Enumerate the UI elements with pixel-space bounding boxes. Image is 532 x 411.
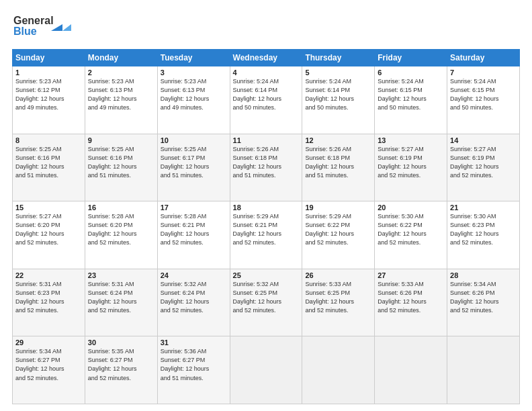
- day-number: 26: [305, 271, 371, 279]
- calendar-cell: 3Sunrise: 5:23 AMSunset: 6:13 PMDaylight…: [157, 66, 230, 134]
- day-info: Sunrise: 5:27 AMSunset: 6:19 PMDaylight:…: [378, 145, 444, 180]
- svg-text:Blue: Blue: [13, 26, 37, 37]
- calendar-cell: [302, 336, 375, 404]
- day-info: Sunrise: 5:24 AMSunset: 6:14 PMDaylight:…: [233, 77, 300, 112]
- calendar-cell: 29Sunrise: 5:34 AMSunset: 6:27 PMDayligh…: [13, 336, 85, 404]
- calendar-cell: 16Sunrise: 5:28 AMSunset: 6:20 PMDayligh…: [85, 201, 157, 269]
- calendar-week-row: 8Sunrise: 5:25 AMSunset: 6:16 PMDaylight…: [13, 134, 520, 201]
- calendar-week-row: 22Sunrise: 5:31 AMSunset: 6:23 PMDayligh…: [13, 269, 520, 336]
- day-number: 3: [161, 68, 227, 77]
- day-info: Sunrise: 5:32 AMSunset: 6:24 PMDaylight:…: [161, 280, 227, 315]
- weekday-header: Thursday: [302, 50, 375, 66]
- day-number: 6: [378, 68, 444, 77]
- day-number: 29: [15, 338, 82, 347]
- day-info: Sunrise: 5:24 AMSunset: 6:15 PMDaylight:…: [450, 77, 517, 112]
- calendar-week-row: 15Sunrise: 5:27 AMSunset: 6:20 PMDayligh…: [13, 201, 520, 269]
- calendar-cell: [230, 336, 302, 404]
- day-number: 22: [15, 271, 82, 279]
- day-info: Sunrise: 5:26 AMSunset: 6:18 PMDaylight:…: [305, 145, 371, 180]
- day-info: Sunrise: 5:36 AMSunset: 6:27 PMDaylight:…: [161, 347, 227, 382]
- day-info: Sunrise: 5:34 AMSunset: 6:26 PMDaylight:…: [450, 280, 517, 315]
- calendar-cell: 8Sunrise: 5:25 AMSunset: 6:16 PMDaylight…: [13, 134, 85, 201]
- day-number: 21: [450, 203, 517, 212]
- day-info: Sunrise: 5:28 AMSunset: 6:21 PMDaylight:…: [161, 212, 227, 247]
- calendar-cell: 4Sunrise: 5:24 AMSunset: 6:14 PMDaylight…: [230, 66, 302, 134]
- day-number: 31: [161, 338, 227, 347]
- day-number: 18: [233, 203, 300, 212]
- day-info: Sunrise: 5:24 AMSunset: 6:14 PMDaylight:…: [305, 77, 371, 112]
- weekday-header: Sunday: [13, 50, 85, 66]
- day-number: 17: [161, 203, 227, 212]
- weekday-header: Friday: [375, 50, 447, 66]
- day-number: 20: [378, 203, 444, 212]
- calendar-cell: 31Sunrise: 5:36 AMSunset: 6:27 PMDayligh…: [157, 336, 230, 404]
- calendar-cell: 23Sunrise: 5:31 AMSunset: 6:24 PMDayligh…: [85, 269, 157, 336]
- day-info: Sunrise: 5:24 AMSunset: 6:15 PMDaylight:…: [378, 77, 444, 112]
- day-number: 12: [305, 136, 371, 144]
- logo: General Blue: [12, 12, 73, 42]
- day-info: Sunrise: 5:27 AMSunset: 6:19 PMDaylight:…: [450, 145, 517, 180]
- calendar-body: 1Sunrise: 5:23 AMSunset: 6:12 PMDaylight…: [13, 66, 520, 404]
- day-number: 30: [88, 338, 154, 347]
- page: General Blue SundayMondayTuesdayWednesda…: [0, 0, 532, 411]
- day-info: Sunrise: 5:28 AMSunset: 6:20 PMDaylight:…: [88, 212, 154, 247]
- day-number: 5: [305, 68, 371, 77]
- calendar-cell: 21Sunrise: 5:30 AMSunset: 6:23 PMDayligh…: [447, 201, 520, 269]
- day-info: Sunrise: 5:25 AMSunset: 6:16 PMDaylight:…: [15, 145, 82, 180]
- svg-text:General: General: [13, 15, 54, 26]
- day-number: 10: [161, 136, 227, 144]
- calendar-week-row: 29Sunrise: 5:34 AMSunset: 6:27 PMDayligh…: [13, 336, 520, 404]
- day-number: 11: [233, 136, 300, 144]
- day-info: Sunrise: 5:33 AMSunset: 6:26 PMDaylight:…: [378, 280, 444, 315]
- day-info: Sunrise: 5:23 AMSunset: 6:13 PMDaylight:…: [161, 77, 227, 112]
- day-number: 24: [161, 271, 227, 279]
- calendar-cell: 13Sunrise: 5:27 AMSunset: 6:19 PMDayligh…: [375, 134, 447, 201]
- calendar-cell: 30Sunrise: 5:35 AMSunset: 6:27 PMDayligh…: [85, 336, 157, 404]
- weekday-header: Saturday: [447, 50, 520, 66]
- calendar-cell: 25Sunrise: 5:32 AMSunset: 6:25 PMDayligh…: [230, 269, 302, 336]
- weekday-header: Monday: [85, 50, 157, 66]
- day-info: Sunrise: 5:35 AMSunset: 6:27 PMDaylight:…: [88, 347, 154, 382]
- calendar-cell: 10Sunrise: 5:25 AMSunset: 6:17 PMDayligh…: [157, 134, 230, 201]
- day-number: 4: [233, 68, 300, 77]
- day-info: Sunrise: 5:32 AMSunset: 6:25 PMDaylight:…: [233, 280, 300, 315]
- day-number: 14: [450, 136, 517, 144]
- day-number: 13: [378, 136, 444, 144]
- day-info: Sunrise: 5:31 AMSunset: 6:24 PMDaylight:…: [88, 280, 154, 315]
- day-info: Sunrise: 5:31 AMSunset: 6:23 PMDaylight:…: [15, 280, 82, 315]
- day-number: 23: [88, 271, 154, 279]
- calendar-cell: 9Sunrise: 5:25 AMSunset: 6:16 PMDaylight…: [85, 134, 157, 201]
- calendar-header-row: SundayMondayTuesdayWednesdayThursdayFrid…: [13, 50, 520, 66]
- calendar-cell: 1Sunrise: 5:23 AMSunset: 6:12 PMDaylight…: [13, 66, 85, 134]
- calendar-cell: 19Sunrise: 5:29 AMSunset: 6:22 PMDayligh…: [302, 201, 375, 269]
- day-info: Sunrise: 5:23 AMSunset: 6:12 PMDaylight:…: [15, 77, 82, 112]
- header: General Blue: [12, 12, 520, 42]
- calendar-cell: [447, 336, 520, 404]
- calendar-cell: 14Sunrise: 5:27 AMSunset: 6:19 PMDayligh…: [447, 134, 520, 201]
- day-info: Sunrise: 5:33 AMSunset: 6:25 PMDaylight:…: [305, 280, 371, 315]
- day-info: Sunrise: 5:25 AMSunset: 6:17 PMDaylight:…: [161, 145, 227, 180]
- day-number: 2: [88, 68, 154, 77]
- weekday-header: Wednesday: [230, 50, 302, 66]
- calendar-cell: 28Sunrise: 5:34 AMSunset: 6:26 PMDayligh…: [447, 269, 520, 336]
- calendar-cell: 18Sunrise: 5:29 AMSunset: 6:21 PMDayligh…: [230, 201, 302, 269]
- day-info: Sunrise: 5:23 AMSunset: 6:13 PMDaylight:…: [88, 77, 154, 112]
- calendar-cell: 6Sunrise: 5:24 AMSunset: 6:15 PMDaylight…: [375, 66, 447, 134]
- day-info: Sunrise: 5:27 AMSunset: 6:20 PMDaylight:…: [15, 212, 82, 247]
- day-number: 9: [88, 136, 154, 144]
- day-number: 28: [450, 271, 517, 279]
- day-number: 8: [15, 136, 82, 144]
- svg-marker-3: [62, 24, 71, 31]
- day-info: Sunrise: 5:25 AMSunset: 6:16 PMDaylight:…: [88, 145, 154, 180]
- day-number: 15: [15, 203, 82, 212]
- calendar-cell: 5Sunrise: 5:24 AMSunset: 6:14 PMDaylight…: [302, 66, 375, 134]
- day-info: Sunrise: 5:30 AMSunset: 6:23 PMDaylight:…: [450, 212, 517, 247]
- calendar-cell: 2Sunrise: 5:23 AMSunset: 6:13 PMDaylight…: [85, 66, 157, 134]
- calendar-cell: 11Sunrise: 5:26 AMSunset: 6:18 PMDayligh…: [230, 134, 302, 201]
- day-info: Sunrise: 5:30 AMSunset: 6:22 PMDaylight:…: [378, 212, 444, 247]
- day-number: 25: [233, 271, 300, 279]
- day-number: 16: [88, 203, 154, 212]
- day-info: Sunrise: 5:34 AMSunset: 6:27 PMDaylight:…: [15, 347, 82, 382]
- day-number: 1: [15, 68, 82, 77]
- calendar-cell: 27Sunrise: 5:33 AMSunset: 6:26 PMDayligh…: [375, 269, 447, 336]
